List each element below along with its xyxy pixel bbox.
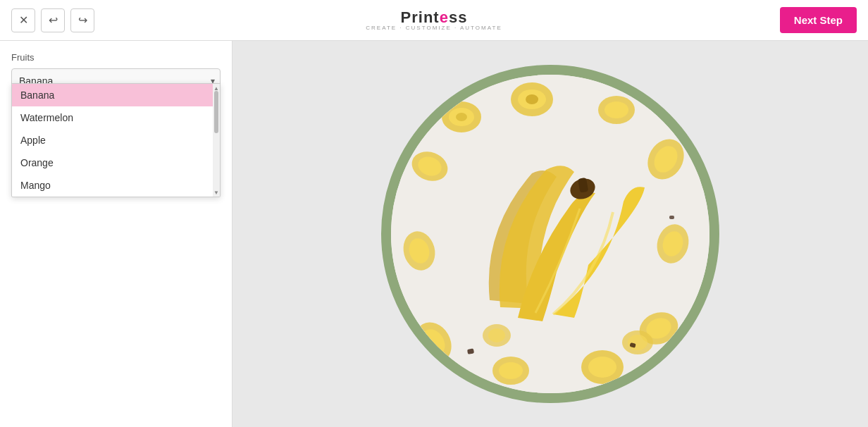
svg-rect-33	[669, 216, 674, 219]
close-button[interactable]: ✕	[11, 8, 35, 32]
redo-button[interactable]: ↪	[70, 8, 94, 32]
dropdown-item-apple[interactable]: Apple	[12, 129, 213, 151]
scroll-up-arrow[interactable]: ▲	[213, 85, 219, 91]
logo-dot: e	[440, 8, 449, 26]
logo-subtitle: Create · Customize · Automate	[366, 25, 502, 31]
dropdown-item-orange[interactable]: Orange	[12, 151, 213, 174]
undo-button[interactable]: ↩	[41, 8, 65, 32]
dropdown-inner: Banana Watermelon Apple Orange Mango	[12, 84, 220, 197]
logo-text: Printess	[401, 10, 468, 25]
header: ✕ ↩ ↪ Printess Create · Customize · Auto…	[0, 0, 868, 41]
dropdown-list: Banana Watermelon Apple Orange Mango	[12, 84, 213, 197]
scrollbar-thumb[interactable]	[214, 91, 218, 133]
svg-point-28	[488, 328, 505, 342]
svg-point-3	[456, 113, 467, 121]
dropdown-item-watermelon[interactable]: Watermelon	[12, 106, 213, 129]
close-icon: ✕	[19, 13, 28, 27]
svg-point-6	[526, 94, 538, 104]
svg-point-16	[588, 357, 616, 378]
undo-icon: ↩	[49, 13, 58, 27]
canvas-area	[232, 41, 868, 427]
banana-svg	[391, 75, 709, 393]
fruits-label: Fruits	[11, 52, 221, 63]
main-layout: Fruits Banana ▾ Banana Watermelon Apple	[0, 41, 868, 427]
next-step-button[interactable]: Next Step	[780, 7, 857, 33]
dropdown-item-banana[interactable]: Banana	[12, 84, 213, 106]
scrollbar-track: ▲ ▼	[213, 84, 220, 197]
toolbar-left: ✕ ↩ ↪	[11, 8, 94, 32]
dropdown-item-mango[interactable]: Mango	[12, 174, 213, 197]
sidebar: Fruits Banana ▾ Banana Watermelon Apple	[0, 41, 232, 427]
fruit-image-circle	[381, 65, 719, 403]
redo-icon: ↪	[78, 13, 87, 27]
logo: Printess Create · Customize · Automate	[366, 10, 502, 31]
next-step-label: Next Step	[794, 14, 843, 26]
svg-point-8	[604, 101, 628, 118]
scroll-down-arrow[interactable]: ▼	[213, 190, 219, 195]
fruits-dropdown: Banana Watermelon Apple Orange Mango	[11, 83, 221, 197]
svg-point-30	[628, 335, 647, 350]
svg-point-18	[499, 362, 523, 379]
